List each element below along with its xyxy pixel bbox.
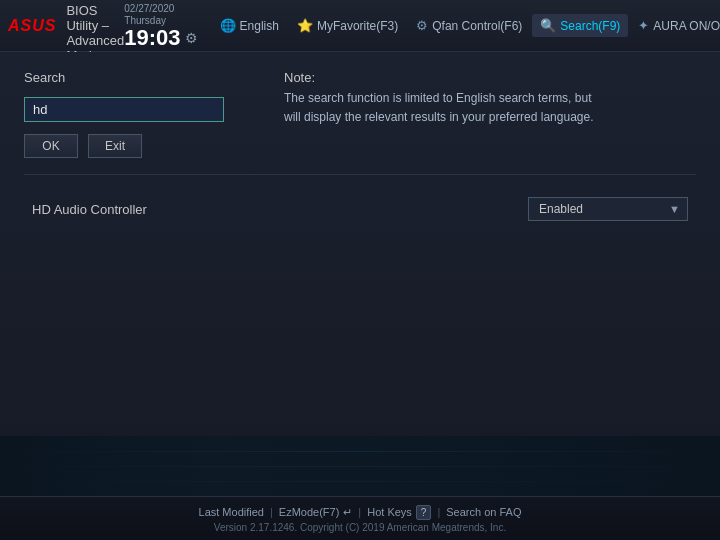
time-block: 19:03 ⚙ <box>124 27 197 49</box>
divider <box>24 174 696 175</box>
globe-icon: 🌐 <box>220 18 236 33</box>
settings-icon[interactable]: ⚙ <box>185 30 198 46</box>
nav-search-label: Search(F9) <box>560 19 620 33</box>
nav-english-label: English <box>240 19 279 33</box>
datetime-block: 02/27/2020 Thursday 19:03 ⚙ <box>124 3 197 49</box>
hotkeys-label: Hot Keys <box>367 506 412 518</box>
search-faq-item[interactable]: Search on FAQ <box>446 506 521 518</box>
bg-decoration <box>0 436 720 496</box>
date-display: 02/27/2020 Thursday <box>124 3 174 27</box>
nav-qfan[interactable]: ⚙ Qfan Control(F6) <box>408 14 530 37</box>
nav-aura-label: AURA ON/OFF(F4) <box>653 19 720 33</box>
top-bar: ASUS UEFI BIOS Utility – Advanced Mode 0… <box>0 0 720 52</box>
bottom-bar: Last Modified | EzMode(F7) ↵ | Hot Keys … <box>0 496 720 540</box>
fan-icon: ⚙ <box>416 18 428 33</box>
aura-icon: ✦ <box>638 18 649 33</box>
nav-myfavorite-label: MyFavorite(F3) <box>317 19 398 33</box>
nav-qfan-label: Qfan Control(F6) <box>432 19 522 33</box>
asus-logo: ASUS <box>8 17 56 35</box>
nav-search[interactable]: 🔍 Search(F9) <box>532 14 628 37</box>
time-display: 19:03 <box>124 27 180 49</box>
ezmode-label: EzMode(F7) <box>279 506 340 518</box>
bottom-nav: Last Modified | EzMode(F7) ↵ | Hot Keys … <box>199 505 522 520</box>
exit-button[interactable]: Exit <box>88 134 142 158</box>
search-buttons: OK Exit <box>24 134 244 158</box>
hotkeys-item[interactable]: Hot Keys ? <box>367 505 431 520</box>
nav-english[interactable]: 🌐 English <box>212 14 287 37</box>
note-area: Note: The search function is limited to … <box>284 70 696 158</box>
ok-button[interactable]: OK <box>24 134 78 158</box>
hd-audio-label: HD Audio Controller <box>32 202 147 217</box>
nav-myfavorite[interactable]: ⭐ MyFavorite(F3) <box>289 14 406 37</box>
nav-aura[interactable]: ✦ AURA ON/OFF(F4) <box>630 14 720 37</box>
search-left: Search OK Exit <box>24 70 244 158</box>
search-nav-icon: 🔍 <box>540 18 556 33</box>
search-input[interactable] <box>24 97 224 122</box>
hotkeys-badge: ? <box>416 505 432 520</box>
search-label: Search <box>24 70 244 85</box>
search-panel: Search OK Exit Note: The search function… <box>24 70 696 158</box>
note-text: The search function is limited to Englis… <box>284 89 696 127</box>
dropdown-wrapper: Enabled Disabled ▼ <box>528 197 688 221</box>
star-icon: ⭐ <box>297 18 313 33</box>
ezmode-item[interactable]: EzMode(F7) ↵ <box>279 506 353 519</box>
hd-audio-dropdown[interactable]: Enabled Disabled <box>528 197 688 221</box>
result-row: HD Audio Controller Enabled Disabled ▼ <box>24 191 696 227</box>
last-modified-item: Last Modified <box>199 506 264 518</box>
main-content: Search OK Exit Note: The search function… <box>0 52 720 496</box>
ezmode-icon: ↵ <box>343 506 352 519</box>
note-title: Note: <box>284 70 696 85</box>
nav-bar: 🌐 English ⭐ MyFavorite(F3) ⚙ Qfan Contro… <box>212 14 720 37</box>
copyright-text: Version 2.17.1246. Copyright (C) 2019 Am… <box>214 522 506 533</box>
